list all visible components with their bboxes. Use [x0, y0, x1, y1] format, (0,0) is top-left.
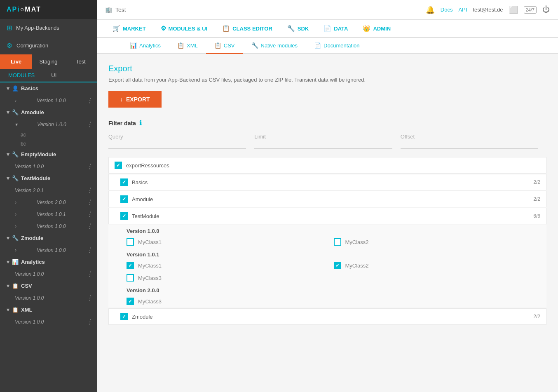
tab-class-editor[interactable]: 📋 CLASS EDITOR	[215, 20, 280, 38]
subtab-documentation[interactable]: 📄 Documentation	[306, 38, 368, 54]
sidebar-item-my-app-backends[interactable]: ⊞ My App-Backends	[0, 19, 97, 37]
chevron-right-icon: ›	[15, 200, 16, 205]
more-options-icon[interactable]: ⋮	[86, 294, 93, 302]
more-options-icon[interactable]: ⋮	[86, 186, 93, 194]
chevron-down-icon: ▾	[7, 85, 9, 92]
tree-version-csv-1[interactable]: Version 1.0.0 ⋮	[0, 292, 97, 304]
tree-version-amodule-1[interactable]: ▾ Version 1.0.0 ⋮	[0, 118, 97, 130]
version-label: Version 1.0.1	[37, 211, 66, 217]
tree-item-testmodule[interactable]: ▾ 🔧 TestModule	[0, 172, 97, 184]
tree-version-basics-1[interactable]: › Version 1.0.0 ⋮	[0, 94, 97, 106]
version-101-classes-row2: MyClass3	[108, 272, 546, 284]
myclass1-v100-checkbox[interactable]	[127, 238, 134, 246]
tree-item-analytics[interactable]: ▾ 📊 Analytics	[0, 256, 97, 268]
more-options-icon[interactable]: ⋮	[86, 96, 93, 104]
support-icon[interactable]: 24/7	[524, 6, 537, 14]
tree-version-analytics-1[interactable]: Version 1.0.0 ⋮	[0, 268, 97, 280]
module-label: Basics	[132, 179, 529, 185]
tree-version-testmodule-1[interactable]: Version 2.0.1 ⋮	[0, 184, 97, 196]
tree-item-csv[interactable]: ▾ 📋 CSV	[0, 280, 97, 292]
tree-label: EmptyModule	[21, 151, 56, 157]
power-icon[interactable]: ⏻	[542, 5, 550, 14]
query-label: Query	[108, 134, 246, 140]
tree-version-xml-1[interactable]: Version 1.0.0 ⋮	[0, 316, 97, 328]
env-tabs: Live Staging Test	[0, 54, 97, 69]
tree-item-emptymodule[interactable]: ▾ 🔧 EmptyModule	[0, 148, 97, 160]
tree-version-testmodule-3[interactable]: › Version 1.0.1 ⋮	[0, 208, 97, 220]
basics-checkbox[interactable]: ✓	[120, 178, 128, 186]
myclass2-v100-checkbox[interactable]	[334, 238, 341, 246]
module-row-basics: ✓ Basics 2/2	[108, 174, 546, 190]
module-label: TestModule	[132, 213, 529, 219]
tree-label: CSV	[21, 283, 32, 289]
tab-data[interactable]: 📄 DATA	[316, 20, 355, 38]
env-tab-live[interactable]: Live	[0, 54, 32, 69]
subtab-xml[interactable]: 📋 XML	[169, 38, 206, 54]
tab-label: MODULES & UI	[169, 26, 208, 32]
zmodule-checkbox[interactable]: ✓	[120, 313, 128, 320]
tab-ui[interactable]: UI	[43, 69, 65, 82]
wrench-icon: 🔧	[12, 235, 19, 241]
tree-version-zmodule-1[interactable]: › Version 1.0.0 ⋮	[0, 244, 97, 256]
more-options-icon[interactable]: ⋮	[86, 120, 93, 128]
more-options-icon[interactable]: ⋮	[86, 198, 93, 206]
tab-modules-ui[interactable]: ⚙ MODULES & UI	[153, 20, 215, 38]
testmodule-checkbox[interactable]: ✓	[120, 212, 128, 220]
tree-version-testmodule-2[interactable]: › Version 2.0.0 ⋮	[0, 196, 97, 208]
export-resources-checkbox[interactable]: ✓	[115, 162, 122, 169]
export-button[interactable]: ↓ EXPORT	[108, 91, 162, 108]
version-label: Version 1.0.0	[37, 98, 66, 103]
tree-item-xml[interactable]: ▾ 📋 XML	[0, 304, 97, 316]
myclass1-v101-checkbox[interactable]: ✓	[127, 262, 134, 269]
content-area: Export Export all data from your App-Bac…	[97, 54, 558, 392]
offset-input[interactable]	[401, 141, 538, 147]
chevron-down-icon: ▾	[7, 151, 9, 157]
module-count: 2/2	[533, 196, 540, 202]
query-input-group: Query	[108, 134, 246, 149]
chevron-down-icon: ▾	[7, 307, 9, 313]
native-icon: 🔧	[251, 42, 258, 49]
query-input[interactable]	[108, 141, 246, 147]
subtab-csv[interactable]: 📋 CSV	[206, 38, 243, 54]
docs-link[interactable]: Docs	[441, 7, 453, 13]
app-name: Test	[115, 7, 126, 13]
subtab-label: CSV	[224, 42, 235, 49]
version-label: Version 1.0.0	[15, 164, 44, 169]
myclass2-v101-checkbox[interactable]: ✓	[334, 262, 341, 269]
env-tab-test[interactable]: Test	[65, 54, 97, 69]
more-options-icon[interactable]: ⋮	[86, 270, 93, 278]
amodule-checkbox[interactable]: ✓	[120, 195, 128, 203]
myclass3-v101-checkbox[interactable]	[127, 274, 134, 282]
tree-item-basics[interactable]: ▾ 👤 Basics	[0, 82, 97, 94]
more-options-icon[interactable]: ⋮	[86, 318, 93, 326]
env-tab-staging[interactable]: Staging	[32, 54, 64, 69]
modules-icon: ⚙	[161, 25, 166, 32]
more-options-icon[interactable]: ⋮	[86, 162, 93, 170]
info-icon[interactable]: ℹ	[139, 119, 142, 127]
tree-item-amodule[interactable]: ▾ 🔧 Amodule	[0, 106, 97, 118]
tab-sdk[interactable]: 🔧 SDK	[280, 20, 316, 38]
subtab-analytics[interactable]: 📊 Analytics	[122, 38, 169, 54]
market-icon: 🛒	[113, 25, 120, 32]
more-options-icon[interactable]: ⋮	[86, 222, 93, 230]
more-options-icon[interactable]: ⋮	[86, 246, 93, 254]
data-icon: 📄	[324, 25, 331, 32]
export-description: Export all data from your App-Backend as…	[108, 77, 546, 83]
subtab-label: XML	[187, 42, 198, 49]
myclass3-v200-checkbox[interactable]: ✓	[127, 298, 134, 305]
filter-label: Filter data ℹ	[108, 119, 546, 127]
sidebar-item-configuration[interactable]: ⚙ Configuration	[0, 37, 97, 54]
api-link[interactable]: API	[458, 7, 467, 13]
more-options-icon[interactable]: ⋮	[86, 210, 93, 218]
limit-input[interactable]	[254, 141, 392, 147]
tree-version-emptymodule-1[interactable]: Version 1.0.0 ⋮	[0, 160, 97, 172]
tab-admin[interactable]: 👑 ADMIN	[355, 20, 398, 38]
subtab-native-modules[interactable]: 🔧 Native modules	[243, 38, 306, 54]
tab-market[interactable]: 🛒 MARKET	[105, 20, 153, 38]
tab-modules[interactable]: MODULES	[0, 69, 43, 82]
tree-item-zmodule[interactable]: ▾ 🔧 Zmodule	[0, 232, 97, 244]
window-icon[interactable]: ⬜	[509, 5, 518, 14]
tree-version-testmodule-4[interactable]: › Version 1.0.0 ⋮	[0, 220, 97, 232]
version-header-100: Version 1.0.0	[108, 225, 546, 236]
notification-bell-icon[interactable]: 🔔	[426, 5, 435, 14]
